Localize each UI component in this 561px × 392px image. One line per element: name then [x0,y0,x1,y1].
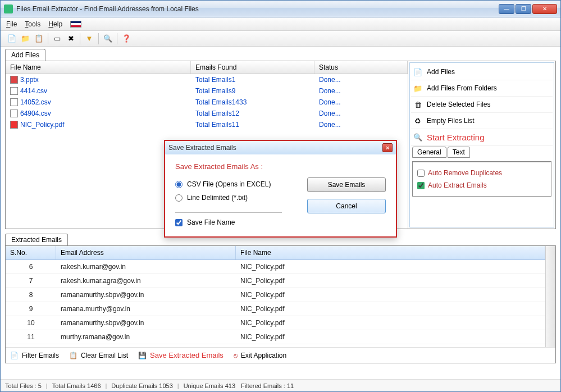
save-icon: 💾 [138,352,147,359]
window-controls: — ❐ ✕ [499,4,557,14]
bottom-actions: 📄Filter Emails 📋Clear Email List 💾Save E… [6,347,555,363]
clear-icon: 📋 [69,352,77,359]
side-empty-list[interactable]: ♻Empty Files List [411,113,553,129]
opt-auto-remove-duplicates[interactable]: Auto Remove Duplicates [417,167,546,179]
email-address: rakesh.kumar@gov.in [56,260,236,274]
email-address: ramanamurthy.sbpv@gov.in [56,288,236,302]
side-start-extracting[interactable]: 🔍Start Extracting [411,129,553,146]
checkbox-auto-remove-dupes[interactable] [417,170,425,177]
radio-txt[interactable] [175,194,183,202]
status-unique-emails: Unique Emails 413 [184,382,235,389]
btn-exit-application[interactable]: ⎋Exit Application [234,352,286,359]
files-sidebar: 📄Add Files 📁Add Files From Folders 🗑Dele… [409,62,554,227]
file-status: Done... [314,86,408,95]
menu-help[interactable]: Help [48,20,62,28]
exit-icon: ⎋ [234,352,238,359]
dialog-separator [175,212,282,213]
email-row[interactable]: 7rakesh.kumar.agra@gov.inNIC_Policy.pdf [6,274,545,288]
tab-add-files[interactable]: Add Files [5,49,45,61]
folder-icon: 📁 [413,84,422,93]
toolbar-delete-icon[interactable]: ✖ [64,32,77,45]
emails-col-file[interactable]: File Name [236,246,545,259]
toolbar-add-file-icon[interactable]: 📄 [5,32,19,45]
file-status: Done... [314,120,408,129]
options-box: Auto Remove Duplicates Auto Extract Emai… [412,161,551,197]
radio-csv[interactable] [175,181,183,188]
menu-file[interactable]: File [6,20,17,28]
empty-icon: ♻ [413,116,422,125]
close-button[interactable]: ✕ [532,4,557,14]
file-row[interactable]: NIC_Policy.pdfTotal Emails11Done... [6,119,408,130]
toolbar-add-folder-icon[interactable]: 📁 [19,32,32,45]
email-row[interactable]: 6rakesh.kumar@gov.inNIC_Policy.pdf [6,260,545,274]
checkbox-save-filename-option[interactable]: Save File Name [175,218,296,226]
file-row[interactable]: 3.pptxTotal Emails1Done... [6,74,408,85]
file-type-icon [10,87,18,95]
tab-text[interactable]: Text [448,147,470,158]
btn-clear-email-list[interactable]: 📋Clear Email List [69,352,128,359]
side-add-files[interactable]: 📄Add Files [411,64,553,80]
file-emails-found: Total Emails9 [191,86,314,95]
minimize-button[interactable]: — [499,4,514,14]
email-row[interactable]: 8ramanamurthy.sbpv@gov.inNIC_Policy.pdf [6,288,545,302]
menu-tools[interactable]: Tools [25,20,40,28]
dialog-save-button[interactable]: Save Emails [307,177,386,192]
dialog-heading: Save Extracted Emails As : [175,162,386,171]
email-address: ramanamurthy.sbpv@gov.in [56,316,236,330]
files-header-row: File Name Emails Found Status [6,61,408,74]
options-tabs: General Text [412,147,551,158]
opt-auto-extract-emails[interactable]: Auto Extract Emails [417,179,546,192]
file-row[interactable]: 64904.csvTotal Emails12Done... [6,108,408,119]
file-name: 14052.csv [20,98,51,106]
toolbar-copy-icon[interactable]: 📋 [32,32,45,45]
file-type-icon [10,98,18,106]
file-name: 3.pptx [20,76,39,84]
email-address: rakesh.kumar.agra@gov.in [56,274,236,288]
file-name: 4414.csv [20,87,47,95]
checkbox-auto-extract[interactable] [417,182,425,189]
toolbar-help-icon[interactable]: ❓ [120,32,133,45]
emails-panel: S.No. Email Address File Name 6rakesh.ku… [5,245,556,363]
status-bar: Total Files : 5| Total Emails 1466| Dupl… [1,379,560,391]
emails-col-sno[interactable]: S.No. [6,246,56,259]
toolbar-filter-icon[interactable]: ▼ [83,32,96,45]
files-col-name[interactable]: File Name [6,61,191,74]
email-sno: 9 [6,302,56,316]
status-total-emails: Total Emails 1466 [52,382,101,389]
file-row[interactable]: 4414.csvTotal Emails9Done... [6,85,408,97]
email-file: NIC_Policy.pdf [236,302,545,316]
tab-extracted-emails[interactable]: Extracted Emails [5,234,68,245]
btn-filter-emails[interactable]: 📄Filter Emails [10,352,59,359]
file-row[interactable]: 14052.csvTotal Emails1433Done... [6,97,408,108]
email-row[interactable]: 11murthy.ramana@gov.inNIC_Policy.pdf [6,330,545,344]
email-row[interactable]: 9ramana.murthy@gov.inNIC_Policy.pdf [6,302,545,316]
maximize-button[interactable]: ❐ [516,4,531,14]
dialog-cancel-button[interactable]: Cancel [307,199,386,213]
files-col-emails[interactable]: Emails Found [191,61,314,74]
dialog-close-button[interactable]: ✕ [382,143,393,152]
toolbar-new-icon[interactable]: ▭ [51,32,64,45]
save-dialog: Save Extracted Emails ✕ Save Extracted E… [164,140,397,238]
radio-txt-option[interactable]: Line Delimited (*.txt) [175,191,296,204]
emails-header-row: S.No. Email Address File Name [6,246,545,260]
checkbox-save-filename[interactable] [175,219,183,226]
files-tab-header: Add Files [5,49,556,61]
tab-general[interactable]: General [412,147,446,158]
language-flag-icon[interactable] [70,21,81,28]
side-add-from-folders[interactable]: 📁Add Files From Folders [411,80,553,97]
status-filtered-emails: Filtered Emails : 11 [241,382,294,389]
toolbar-search-icon[interactable]: 🔍 [101,32,115,45]
app-window: Files Email Extractor - Find Email Addre… [0,0,561,392]
file-status: Done... [314,98,408,107]
files-col-status[interactable]: Status [314,61,408,74]
radio-csv-option[interactable]: CSV File (Opens in EXCEL) [175,177,296,191]
file-emails-found: Total Emails1433 [191,98,314,107]
side-delete-selected[interactable]: 🗑Delete Selected Files [411,97,553,113]
status-duplicate-emails: Duplicate Emails 1053 [111,382,172,389]
options-box-wrapper: General Text Auto Remove Duplicates Auto… [411,146,553,198]
emails-scrollbar[interactable] [545,246,555,347]
emails-col-address[interactable]: Email Address [56,246,236,259]
btn-save-extracted-emails[interactable]: 💾Save Extracted Emails [138,351,224,359]
delete-icon: 🗑 [413,100,422,109]
email-row[interactable]: 10ramanamurthy.sbpv@gov.inNIC_Policy.pdf [6,316,545,330]
